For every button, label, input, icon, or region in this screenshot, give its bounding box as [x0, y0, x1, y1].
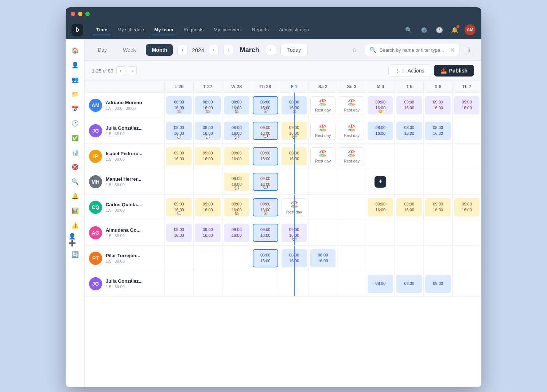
day-cell[interactable]: [395, 144, 424, 169]
rest-day-block[interactable]: 🏖️ Rest day: [339, 147, 364, 165]
day-cell[interactable]: [309, 271, 338, 296]
sidebar-team-icon[interactable]: 👥: [69, 73, 82, 86]
day-cell[interactable]: [194, 169, 222, 194]
nav-time[interactable]: Time: [92, 25, 112, 35]
day-cell[interactable]: [453, 144, 481, 169]
sidebar-bell-icon[interactable]: 🔔: [69, 189, 82, 203]
nav-my-timesheet[interactable]: My timesheet: [209, 25, 246, 35]
avatar[interactable]: AM: [465, 24, 476, 35]
day-cell[interactable]: 09:00 16:00: [165, 144, 194, 169]
day-cell[interactable]: [222, 246, 251, 271]
shift-block[interactable]: 08:00: [368, 275, 393, 293]
shift-block[interactable]: 09:00 16:00: [396, 96, 422, 114]
shift-block[interactable]: 08:00 16:00 🏠: [224, 96, 249, 114]
day-cell[interactable]: 09:00 16:00 😊: [366, 93, 395, 118]
day-cell[interactable]: [165, 271, 194, 296]
shift-block[interactable]: 09:00 16:00 🏠: [224, 198, 249, 216]
day-cell[interactable]: [366, 220, 395, 245]
day-cell[interactable]: 08:00 16:00 💬: [194, 118, 222, 143]
day-cell[interactable]: [280, 271, 309, 296]
search-icon[interactable]: 🔍: [403, 24, 414, 35]
day-cell[interactable]: 08:00 16:00 💬: [222, 118, 251, 143]
search-input[interactable]: [380, 47, 447, 53]
day-cell[interactable]: [424, 246, 453, 271]
clock-icon[interactable]: 🕐: [434, 24, 445, 35]
shift-block[interactable]: 09:00 16:00: [425, 96, 451, 114]
shift-block[interactable]: 09:00 16:00: [425, 198, 451, 216]
shift-block[interactable]: 08:00 16:00 🏠: [195, 96, 221, 114]
day-cell[interactable]: 🏖️ Rest day: [280, 195, 309, 220]
day-cell[interactable]: 08:00: [395, 271, 424, 296]
clear-search-icon[interactable]: ✕: [450, 47, 455, 54]
day-cell[interactable]: [453, 271, 481, 296]
month-prev-arrow[interactable]: ‹: [223, 45, 233, 55]
shift-block[interactable]: 09:00 16:00: [253, 224, 278, 242]
day-cell[interactable]: 08:00 16:00 🏠: [165, 93, 194, 118]
shift-block[interactable]: 09:00 16:00: [224, 147, 249, 165]
shift-block[interactable]: 08:00 16:00 💬: [224, 122, 249, 140]
shift-block[interactable]: 09:00 16:00 😊: [368, 96, 393, 114]
rest-day-block[interactable]: 🏖️ Rest day: [339, 122, 364, 140]
day-cell[interactable]: 09:00 16:00: [222, 144, 251, 169]
nav-my-team[interactable]: My team: [150, 25, 178, 35]
week-view-button[interactable]: Week: [117, 44, 142, 56]
day-cell[interactable]: 09:00 16:00: [251, 220, 280, 245]
rest-day-block[interactable]: 🏖️ Rest day: [310, 122, 336, 140]
day-cell[interactable]: 08:00 16:00 💬: [165, 118, 194, 143]
sidebar-warning-icon[interactable]: ⚠️: [69, 219, 82, 232]
day-cell[interactable]: [453, 169, 481, 194]
day-cell[interactable]: 09:00 16:00: [453, 93, 481, 118]
day-cell[interactable]: [424, 220, 453, 245]
day-cell[interactable]: +: [366, 169, 395, 194]
day-cell[interactable]: [280, 169, 309, 194]
year-next-arrow[interactable]: ›: [209, 45, 219, 55]
day-cell[interactable]: [337, 220, 366, 245]
page-next-arrow[interactable]: ›: [128, 66, 137, 75]
day-view-button[interactable]: Day: [92, 44, 113, 56]
day-cell[interactable]: [337, 169, 366, 194]
publish-button[interactable]: 📤 Publish: [434, 65, 474, 77]
day-cell[interactable]: [194, 246, 222, 271]
shift-block[interactable]: 09:00 16:00 💬: [224, 173, 249, 191]
day-cell[interactable]: 09:00 16:00 💬: [280, 220, 309, 245]
shift-block[interactable]: 09:00 16:00: [454, 96, 480, 114]
day-cell[interactable]: 08:00 16:00: [395, 118, 424, 143]
sidebar-target-icon[interactable]: 🎯: [69, 160, 82, 173]
shift-block[interactable]: 09:00 16:00: [253, 147, 278, 165]
sidebar-folder-icon[interactable]: 📁: [69, 87, 82, 101]
shift-block[interactable]: 09:00 16:00: [166, 147, 192, 165]
day-cell[interactable]: [453, 220, 481, 245]
day-cell[interactable]: [453, 118, 481, 143]
sidebar-calendar-icon[interactable]: 📅: [69, 102, 82, 115]
day-cell[interactable]: 08:00 16:00: [424, 118, 453, 143]
day-cell[interactable]: 🏖️ Rest day: [309, 118, 338, 143]
shift-block[interactable]: 08:00 16:00: [396, 122, 422, 140]
day-cell[interactable]: [395, 246, 424, 271]
actions-button[interactable]: ⋮⋮ Actions: [388, 64, 431, 77]
shift-block[interactable]: 09:00 16:00 💬: [253, 122, 278, 140]
day-cell[interactable]: 08:00 16:00: [366, 118, 395, 143]
day-cell[interactable]: 09:00 16:00: [251, 144, 280, 169]
rest-day-block[interactable]: 🏖️ Rest day: [310, 147, 336, 165]
year-prev-arrow[interactable]: ‹: [177, 45, 187, 55]
day-cell[interactable]: [309, 195, 338, 220]
day-cell[interactable]: [194, 271, 222, 296]
shift-block[interactable]: 09:00 16:00 🏠: [253, 198, 278, 216]
shift-block[interactable]: 09:00 16:00: [166, 224, 192, 242]
shift-block[interactable]: 08:00 16:00: [253, 249, 278, 267]
shift-block[interactable]: 08:00: [425, 275, 451, 293]
sidebar-home-icon[interactable]: 🏠: [69, 44, 82, 57]
shift-block[interactable]: 09:00 16:00: [454, 198, 480, 216]
shift-block[interactable]: 08:00 16:00: [310, 249, 336, 267]
day-cell[interactable]: 08:00: [424, 271, 453, 296]
day-cell[interactable]: [222, 271, 251, 296]
day-cell[interactable]: 09:00 16:00: [424, 93, 453, 118]
shift-block[interactable]: 08:00 16:00: [368, 122, 393, 140]
sidebar-history-icon[interactable]: 🔄: [69, 248, 82, 261]
day-cell[interactable]: 09:00 16:00: [194, 195, 222, 220]
settings-icon[interactable]: ⚙️: [419, 24, 430, 35]
shift-block[interactable]: 09:00 16:00: [224, 224, 249, 242]
day-cell[interactable]: 🏖️ Rest day: [337, 144, 366, 169]
shift-block[interactable]: 09:00 16:00 💬: [166, 198, 192, 216]
day-cell[interactable]: [366, 246, 395, 271]
